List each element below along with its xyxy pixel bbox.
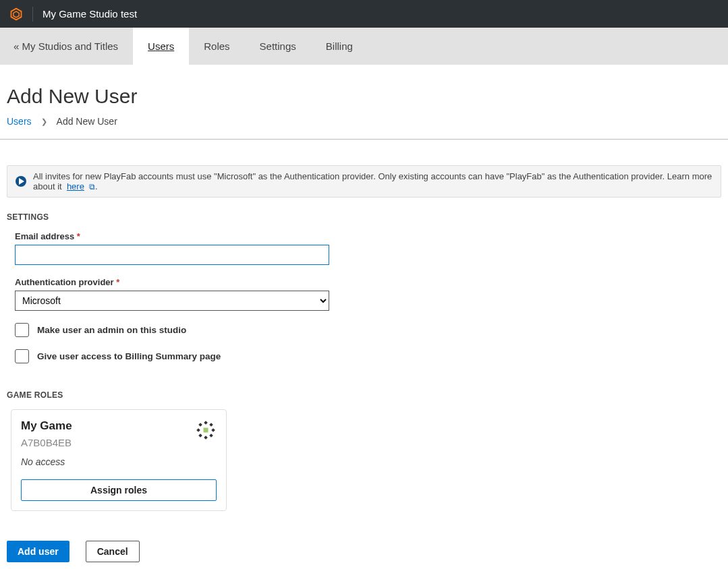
settings-section-header: SETTINGS <box>7 212 721 222</box>
divider <box>0 139 728 140</box>
auth-form-group: Authentication provider * Microsoft <box>15 277 721 311</box>
admin-checkbox[interactable] <box>15 323 29 337</box>
auth-provider-select[interactable]: Microsoft <box>15 291 329 311</box>
tab-settings[interactable]: Settings <box>245 28 311 65</box>
main-content: Add New User Users ❯ Add New User All in… <box>0 65 728 569</box>
game-title: My Game <box>21 419 217 433</box>
svg-rect-11 <box>209 433 213 438</box>
svg-rect-8 <box>198 423 202 427</box>
email-label: Email address * <box>15 231 721 241</box>
info-banner: All invites for new PlayFab accounts mus… <box>7 165 721 198</box>
info-icon <box>16 176 26 187</box>
info-banner-link[interactable]: here <box>67 181 84 191</box>
required-asterisk: * <box>77 231 80 241</box>
svg-rect-5 <box>204 436 208 440</box>
svg-rect-4 <box>204 421 208 425</box>
game-access-text: No access <box>21 456 217 467</box>
breadcrumb-parent-link[interactable]: Users <box>7 116 32 127</box>
game-roles-section-header: GAME ROLES <box>7 390 721 400</box>
tab-users[interactable]: Users <box>133 28 189 65</box>
svg-rect-10 <box>198 433 202 438</box>
info-banner-text: All invites for new PlayFab accounts mus… <box>33 171 712 191</box>
playfab-logo-icon <box>9 7 23 21</box>
page-title: Add New User <box>7 85 721 108</box>
admin-checkbox-row: Make user an admin on this studio <box>15 323 721 337</box>
add-user-button[interactable]: Add user <box>7 541 69 562</box>
back-to-studios-link[interactable]: « My Studios and Titles <box>0 28 133 65</box>
admin-checkbox-label: Make user an admin on this studio <box>37 325 186 335</box>
cancel-button[interactable]: Cancel <box>86 541 140 562</box>
button-row: Add user Cancel <box>7 541 721 562</box>
chevron-right-icon: ❯ <box>41 117 47 126</box>
svg-marker-2 <box>19 178 24 185</box>
billing-checkbox-row: Give user access to Billing Summary page <box>15 349 721 363</box>
auth-label: Authentication provider * <box>15 277 721 287</box>
header-bar: My Game Studio test <box>0 0 728 28</box>
studio-name: My Game Studio test <box>43 8 137 20</box>
assign-roles-button[interactable]: Assign roles <box>21 479 217 501</box>
email-form-group: Email address * <box>15 231 721 265</box>
game-id: A7B0B4EB <box>21 437 217 448</box>
svg-marker-1 <box>13 11 19 17</box>
billing-checkbox[interactable] <box>15 349 29 363</box>
tabs-bar: « My Studios and Titles Users Roles Sett… <box>0 28 728 65</box>
svg-rect-3 <box>204 428 208 433</box>
required-asterisk: * <box>116 277 119 287</box>
breadcrumb: Users ❯ Add New User <box>7 116 721 127</box>
svg-rect-9 <box>209 423 213 427</box>
billing-checkbox-label: Give user access to Billing Summary page <box>37 351 221 361</box>
svg-rect-7 <box>211 428 215 432</box>
header-divider <box>32 7 33 22</box>
breadcrumb-current: Add New User <box>57 116 117 127</box>
game-icon <box>195 419 217 441</box>
email-input[interactable] <box>15 245 329 265</box>
tab-roles[interactable]: Roles <box>189 28 244 65</box>
tab-billing[interactable]: Billing <box>311 28 368 65</box>
svg-rect-6 <box>196 428 200 432</box>
external-link-icon: ⧉ <box>87 182 95 191</box>
game-card: My Game A7B0B4EB No access Assign roles <box>11 409 227 511</box>
